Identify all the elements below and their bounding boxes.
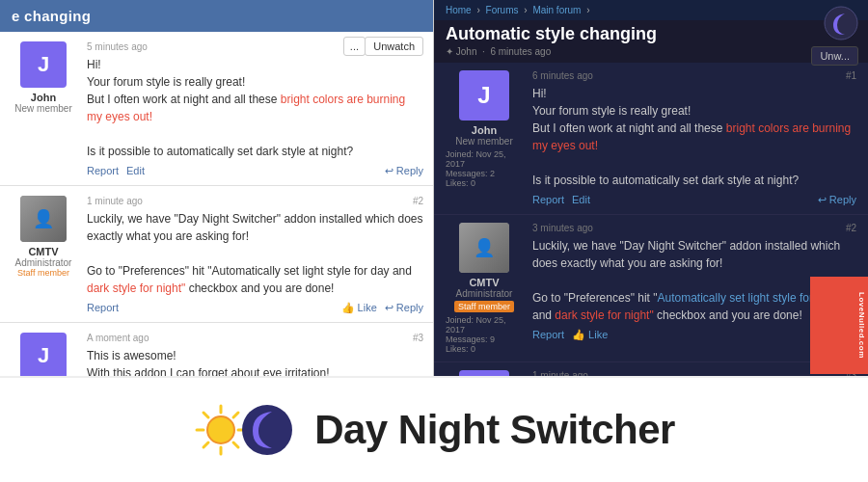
post-sidebar: 👤 CMTV Administrator Staff member [10,196,77,314]
dark-post-meta3: 1 minute ago #3 [532,370,856,376]
edit-link[interactable]: Edit [126,165,145,177]
avatar-john2: J [20,333,67,376]
dark-report-link2[interactable]: Report [532,329,564,341]
post-text: Luckily, we have "Day Night Switcher" ad… [87,210,423,297]
dark-panel: Home › Forums › Main forum › Automatic s… [434,0,868,376]
watermark: LoveNulled.com [810,277,868,374]
post-actions: Report 👍 Like ↩ Reply [87,302,423,314]
icon-group [193,402,295,458]
svg-line-7 [233,442,238,447]
username-cmtv: CMTV [28,246,58,257]
thread-meta: ✦ John · 6 minutes ago [434,46,868,63]
svg-point-1 [207,416,234,443]
bottom-bar: Day Night Switcher [0,376,868,482]
role-john: New member [14,103,71,114]
reply-link[interactable]: ↩ Reply [385,165,423,177]
dark-avatar-cmtv: 👤 [459,223,509,273]
dark-unwatch-button[interactable]: Unw... [811,46,858,66]
post-sidebar-dark: J John New member Joined: Nov 25, 2017Me… [446,70,523,206]
role-cmtv: Administrator [15,257,72,268]
cmtv-photo: 👤 [20,196,67,242]
dark-post-meta: 6 minutes ago #1 [532,70,856,81]
dark-post-num: #1 [846,70,856,81]
post-body: 5 minutes ago #1 Hi! Your forum style is… [77,41,423,177]
post-time: 5 minutes ago [87,41,148,52]
breadcrumb-forums[interactable]: Forums [486,5,519,15]
dark-post-1: J John New member Joined: Nov 25, 2017Me… [434,63,868,215]
post-sidebar: J John New member [10,333,77,376]
dark-report-link[interactable]: Report [532,194,564,206]
dark-post-time2: 3 minutes ago [532,223,593,233]
staff-badge: Staff member [454,301,514,312]
dark-post-num2: #2 [846,223,856,233]
post-actions: Report Edit ↩ Reply [87,165,423,177]
dark-post-time: 6 minutes ago [532,70,593,81]
joined-info: Joined: Nov 25, 2017Messages: 2Likes: 0 [446,149,523,188]
panel-light-header: e changing [0,0,433,32]
moon-icon-big [239,402,295,458]
post-sidebar: J John New member [10,41,77,177]
like-link[interactable]: 👍 Like [341,302,377,314]
dark-joined-info: Joined: Nov 25, 2017Messages: 9Likes: 0 [446,315,523,354]
dark-role-john: New member [455,136,512,147]
post-text: Hi! Your forum style is really great! Bu… [87,56,423,160]
dark-post-text: Hi! Your forum style is really great! Bu… [532,85,856,189]
breadcrumb-main[interactable]: Main forum [532,5,581,15]
dark-post-3: J John New member 1 minute ago #3 This i… [434,362,868,376]
dark-username-cmtv: CMTV [469,277,499,288]
dark-avatar-john: J [459,70,509,120]
dark-post-actions: Report Edit ↩ Reply [532,194,856,206]
post-text: This is awesome! With this addon I can f… [87,347,423,376]
dark-reply-link[interactable]: ↩ Reply [818,194,856,206]
post-time: 1 minute ago [87,196,143,206]
bottom-title: Day Night Switcher [314,407,675,453]
sep3: › [586,5,589,15]
unwatch-button[interactable]: Unwatch [365,37,423,56]
post-num: #3 [413,333,423,343]
dark-edit-link[interactable]: Edit [572,194,590,206]
svg-point-0 [825,7,857,40]
post-body: 1 minute ago #2 Luckily, we have "Day Ni… [77,196,423,314]
dark-username-john: John [472,124,497,136]
sep1: › [476,5,479,15]
panels: e changing ... Unwatch J John New member… [0,0,868,376]
light-post-3: J John New member A moment ago #3 This i… [0,323,433,376]
report-link[interactable]: Report [87,302,119,314]
breadcrumb-home[interactable]: Home [446,5,472,15]
dark-cmtv-photo: 👤 [459,223,509,273]
dark-post-body3: 1 minute ago #3 This is awesome! With th… [523,370,856,376]
more-button[interactable]: ... [343,37,366,56]
post-sidebar-dark3: J John New member [446,370,523,376]
moon-icon [824,6,858,40]
breadcrumb: Home › Forums › Main forum › [434,0,868,20]
dark-avatar-john3: J [459,370,509,376]
svg-line-6 [203,413,208,417]
dark-post-actions2: Report 👍 Like ↩ Reply [532,329,856,341]
role2-cmtv: Staff member [17,268,69,278]
dark-like-link2[interactable]: 👍 Like [572,329,608,341]
sep2: › [524,5,527,15]
username-john: John [31,92,56,103]
post-body: A moment ago #3 This is awesome! With th… [77,333,423,376]
dark-post-2: 👤 CMTV Administrator Staff member Joined… [434,215,868,362]
light-panel: e changing ... Unwatch J John New member… [0,0,434,376]
thread-author: ✦ John [446,46,476,57]
post-meta: 1 minute ago #2 [87,196,423,206]
dark-post-body: 6 minutes ago #1 Hi! Your forum style is… [523,70,856,206]
post-num: #2 [413,196,423,206]
svg-line-9 [203,442,208,447]
thread-time: 6 minutes ago [490,46,551,57]
dark-role-cmtv: Administrator [456,288,513,299]
page-title: Automatic style changing [434,20,868,46]
dark-post-meta2: 3 minutes ago #2 [532,223,856,233]
svg-line-8 [233,413,238,417]
dark-post-time3: 1 minute ago [532,370,588,376]
dark-post-text2: Luckily, we have "Day Night Switcher" ad… [532,237,856,324]
reply-link[interactable]: ↩ Reply [385,302,423,314]
light-post-2: 👤 CMTV Administrator Staff member 1 minu… [0,186,433,323]
panel-light-title: e changing [12,8,91,24]
avatar-cmtv: 👤 [20,196,67,242]
dark-post-body2: 3 minutes ago #2 Luckily, we have "Day N… [523,223,856,354]
post-meta: A moment ago #3 [87,333,423,343]
report-link[interactable]: Report [87,165,119,177]
